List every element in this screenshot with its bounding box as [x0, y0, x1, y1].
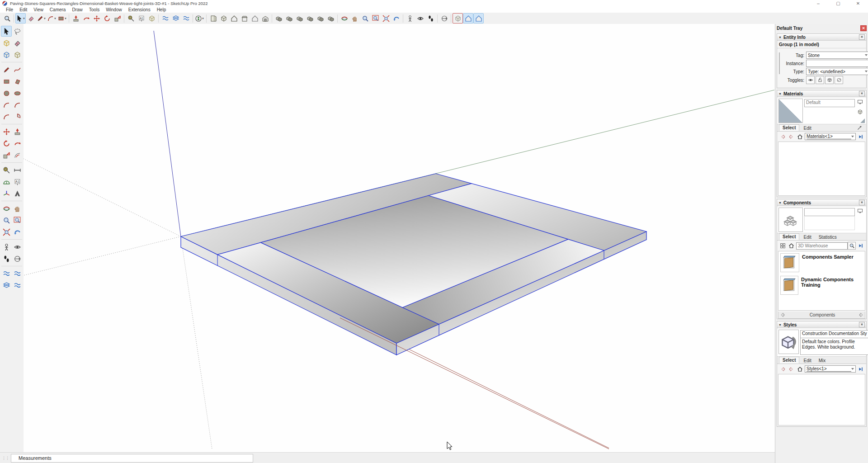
pager-prev-icon[interactable]: [778, 312, 786, 318]
collapse-icon[interactable]: ▼: [778, 323, 782, 326]
palette-dimensions-button[interactable]: [12, 165, 23, 175]
palette-arc-button[interactable]: [1, 99, 12, 110]
palette-3d-text-button[interactable]: [12, 188, 23, 199]
styles-list[interactable]: [778, 374, 865, 425]
details-icon[interactable]: [857, 366, 864, 373]
toolbar-split-button[interactable]: [326, 13, 336, 24]
materials-list[interactable]: [778, 142, 865, 196]
component-name[interactable]: Dynamic Components Training: [801, 277, 863, 288]
palette-sandbox-from-contours-button[interactable]: [1, 268, 12, 279]
chevron-down-icon[interactable]: ▼: [54, 17, 57, 20]
menu-window[interactable]: Window: [103, 7, 125, 12]
styles-header[interactable]: ▼ Styles ✕: [777, 321, 866, 328]
components-header[interactable]: ▼ Components ✕: [777, 199, 866, 206]
palette-tape-measure-button[interactable]: [1, 165, 12, 175]
close-button[interactable]: ✕: [848, 0, 868, 7]
toolbar-shapes-button[interactable]: ▼: [57, 13, 67, 24]
warehouse-search-input[interactable]: [796, 242, 848, 250]
toolbar-arc-button[interactable]: ▼: [47, 13, 57, 24]
palette-ellipse-button[interactable]: [12, 88, 23, 99]
forward-icon[interactable]: [788, 366, 795, 373]
palette-freehand-button[interactable]: [12, 64, 23, 75]
palette-rotate-button[interactable]: [1, 138, 12, 149]
palette-position-camera-button[interactable]: [1, 241, 12, 252]
toolbar-style-shaded-button[interactable]: [463, 13, 473, 24]
palette-lasso-button[interactable]: [12, 26, 23, 37]
forward-icon[interactable]: [788, 133, 795, 140]
palette-orbit-button[interactable]: [1, 203, 12, 214]
collapse-icon[interactable]: ▼: [778, 201, 782, 204]
palette-offset-button[interactable]: [12, 150, 23, 161]
toolbar-select-button[interactable]: ▼: [15, 13, 26, 24]
toolbar-trim-button[interactable]: [315, 13, 326, 24]
in-model-icon[interactable]: [796, 133, 803, 140]
toolbar-style-xray-button[interactable]: [453, 13, 463, 24]
palette-section-plane-button[interactable]: [12, 253, 23, 264]
toolbar-follow-me-button[interactable]: [81, 13, 91, 24]
search-icon[interactable]: [848, 242, 856, 250]
menu-help[interactable]: Help: [154, 7, 170, 12]
tag-dropdown[interactable]: Stone: [806, 52, 868, 59]
palette-zoom-window-button[interactable]: [12, 215, 23, 226]
collapse-icon[interactable]: ▼: [778, 36, 782, 39]
tab-select[interactable]: Select: [779, 357, 799, 364]
chevron-down-icon[interactable]: ▼: [23, 17, 25, 20]
toolbar-intersect-button[interactable]: [284, 13, 294, 24]
chevron-down-icon[interactable]: ▼: [64, 17, 67, 20]
materials-header[interactable]: ▼ Materials ✕: [777, 90, 866, 97]
palette-select-button[interactable]: [1, 26, 12, 37]
toolbar-sandbox-from-scratch-button[interactable]: [170, 13, 181, 24]
component-preview[interactable]: [778, 208, 803, 232]
toolbar-walk-button[interactable]: [425, 13, 436, 24]
palette-component-box-button[interactable]: [1, 49, 12, 60]
toolbar-zoom-extents-button[interactable]: [381, 13, 391, 24]
palette-line-button[interactable]: [1, 64, 12, 75]
palette-protractor-button[interactable]: [1, 176, 12, 187]
create-material-icon[interactable]: [856, 109, 863, 115]
toolbar-section-plane-button[interactable]: [439, 13, 449, 24]
palette-axes-button[interactable]: [1, 188, 12, 199]
toolbar-scale-button[interactable]: [112, 13, 123, 24]
palette-pie-button[interactable]: [12, 111, 23, 122]
tray-close-button[interactable]: ✕: [860, 25, 867, 31]
toolbar-orbit-button[interactable]: [339, 13, 349, 24]
menu-camera[interactable]: Camera: [47, 7, 69, 12]
tab-select[interactable]: Select: [779, 124, 799, 131]
material-name-field[interactable]: Default: [804, 99, 855, 107]
toolbar-add-location-button[interactable]: ▼: [194, 13, 205, 24]
toolbar-smoove-button[interactable]: [181, 13, 191, 24]
materials-close-icon[interactable]: ✕: [859, 91, 865, 96]
materials-collection-dropdown[interactable]: Materials<1>: [805, 133, 856, 140]
palette-make-component-button[interactable]: [1, 38, 12, 48]
palette-sandbox-stamp-button[interactable]: [1, 280, 12, 291]
toolbar-union-button[interactable]: [294, 13, 305, 24]
menu-extensions[interactable]: Extensions: [125, 7, 154, 12]
entity-info-close-icon[interactable]: ✕: [859, 34, 865, 40]
back-icon[interactable]: [779, 366, 786, 373]
toolbar-sandbox-from-contours-button[interactable]: [160, 13, 170, 24]
tab-edit[interactable]: Edit: [800, 234, 814, 240]
menu-file[interactable]: File: [3, 7, 16, 12]
toggle-hidden-button[interactable]: [806, 76, 815, 84]
palette-paint-bucket-button[interactable]: [12, 49, 23, 60]
palette-eraser-button[interactable]: [12, 38, 23, 48]
pager-next-icon[interactable]: [858, 312, 865, 318]
toolbar-pan-button[interactable]: [349, 13, 360, 24]
style-name-field[interactable]: Construction Documentation Sty: [800, 330, 868, 338]
palette-text-button[interactable]: A1: [12, 176, 23, 187]
toolbar-zoom-button[interactable]: [360, 13, 370, 24]
model-viewport[interactable]: [24, 24, 775, 452]
palette-push-pull-button[interactable]: [12, 126, 23, 137]
menu-tools[interactable]: Tools: [86, 7, 103, 12]
toolbar-warehouse-button[interactable]: [260, 13, 270, 24]
toolbar-zoom-window-button[interactable]: [370, 13, 381, 24]
styles-close-icon[interactable]: ✕: [859, 322, 865, 327]
palette-look-around-button[interactable]: [12, 241, 23, 252]
menu-edit[interactable]: Edit: [16, 7, 30, 12]
maximize-button[interactable]: ▢: [828, 0, 848, 7]
palette-sandbox-drape-button[interactable]: [12, 280, 23, 291]
toolbar-house-outline-button[interactable]: [250, 13, 260, 24]
palette-three-point-arc-button[interactable]: [1, 111, 12, 122]
toolbar-tape-measure-button[interactable]: [126, 13, 136, 24]
toolbar-house-builder-button[interactable]: [229, 13, 239, 24]
